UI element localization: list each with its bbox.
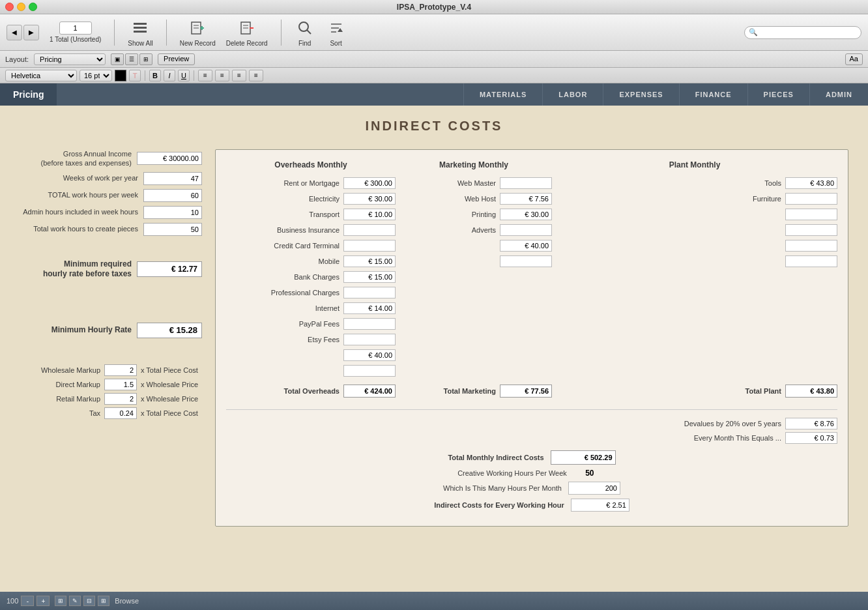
find-button[interactable]: Find <box>295 18 315 47</box>
min-hourly-input[interactable] <box>137 261 202 277</box>
marketing-input-1[interactable] <box>500 193 552 205</box>
align-left-button[interactable]: ≡ <box>198 70 212 81</box>
every-month-label: Every Month This Equals ... <box>694 434 781 442</box>
preview-button[interactable]: Preview <box>158 53 195 65</box>
bold-button[interactable]: B <box>149 70 161 81</box>
separator-1 <box>114 20 115 46</box>
admin-hours-input[interactable] <box>143 206 202 219</box>
search-box[interactable]: 🔍 <box>744 26 861 39</box>
overhead-total-input[interactable] <box>343 385 396 398</box>
sort-button[interactable]: Sort <box>326 18 347 47</box>
indirect-costs-input[interactable] <box>571 499 629 512</box>
overhead-input-12[interactable] <box>343 365 396 377</box>
overhead-input-11[interactable] <box>343 349 396 361</box>
svg-rect-2 <box>134 31 147 33</box>
direct-input[interactable] <box>104 379 137 390</box>
underline-button[interactable]: U <box>178 70 190 81</box>
content-layout: Gross Annual Income(before taxes and exp… <box>20 149 848 527</box>
close-button[interactable] <box>5 3 14 11</box>
view-table-button[interactable]: ⊞ <box>139 53 152 65</box>
show-all-icon <box>130 18 151 38</box>
color-button[interactable] <box>115 70 126 81</box>
tab-labor[interactable]: LABOR <box>542 83 603 106</box>
tab-materials[interactable]: MATERIALS <box>463 83 542 106</box>
overhead-input-6[interactable] <box>343 271 396 283</box>
overhead-input-0[interactable] <box>343 177 396 189</box>
align-right-button[interactable]: ≡ <box>232 70 246 81</box>
marketing-input-0[interactable] <box>500 177 552 189</box>
retail-input[interactable] <box>104 393 137 405</box>
overhead-input-1[interactable] <box>343 193 396 205</box>
hours-per-month-input[interactable] <box>568 482 620 495</box>
plant-input-5[interactable] <box>785 255 837 267</box>
wholesale-input[interactable] <box>104 364 137 376</box>
cols-header: Overheads Monthly Marketing Monthly Plan… <box>226 160 837 169</box>
creative-hours-input[interactable] <box>143 223 202 236</box>
marketing-spacer-1 <box>402 270 552 284</box>
marketing-row-2: Printing <box>402 207 552 222</box>
overhead-input-7[interactable] <box>343 287 396 298</box>
plant-input-3[interactable] <box>785 224 837 236</box>
minimize-button[interactable] <box>17 3 25 11</box>
overhead-input-2[interactable] <box>343 209 396 220</box>
tax-input[interactable] <box>104 407 137 419</box>
font-select[interactable]: Helvetica <box>5 70 77 81</box>
view-list-button[interactable]: ☰ <box>125 53 138 65</box>
align-justify-button[interactable]: ≡ <box>249 70 263 81</box>
tab-finance[interactable]: FINANCE <box>679 83 747 106</box>
plant-total-input[interactable] <box>785 385 837 398</box>
overhead-input-3[interactable] <box>343 224 396 236</box>
marketing-input-4[interactable] <box>500 240 552 252</box>
toolbar: ◀ ▶ 1 1 Total (Unsorted) Show All <box>0 14 868 51</box>
prev-record-button[interactable]: ◀ <box>7 25 22 40</box>
overhead-input-4[interactable] <box>343 240 396 252</box>
plant-spacer-6 <box>558 348 837 362</box>
total-monthly-input[interactable] <box>551 450 616 465</box>
gross-income-input[interactable]: € 30000.00 <box>137 152 202 165</box>
devalues-input[interactable] <box>785 418 837 429</box>
show-all-button[interactable]: Show All <box>128 18 152 47</box>
zoom-increase-button[interactable]: + <box>36 596 50 606</box>
min-rate-input[interactable] <box>137 323 202 338</box>
marketing-label-1: Web Host <box>402 195 500 203</box>
plant-input-2[interactable] <box>785 209 837 220</box>
plant-input-1[interactable] <box>785 193 837 205</box>
new-record-button[interactable]: New Record <box>180 18 216 47</box>
weeks-input[interactable] <box>143 172 202 185</box>
marketing-total-input[interactable] <box>500 385 552 398</box>
marketing-input-5[interactable] <box>500 255 552 267</box>
plant-spacer-3 <box>558 301 837 315</box>
view-form-button[interactable]: ▣ <box>111 53 124 65</box>
window-controls[interactable] <box>5 3 37 11</box>
every-month-input[interactable] <box>785 432 837 444</box>
plant-input-0[interactable] <box>785 177 837 189</box>
total-hours-row: TOTAL work hours per week <box>20 189 202 202</box>
tab-pieces[interactable]: PIECES <box>747 83 809 106</box>
align-center-button[interactable]: ≡ <box>215 70 229 81</box>
tab-admin[interactable]: ADMIN <box>809 83 868 106</box>
zoom-decrease-button[interactable]: - <box>21 596 34 606</box>
tab-expenses[interactable]: EXPENSES <box>603 83 678 106</box>
italic-button[interactable]: I <box>164 70 175 81</box>
overhead-input-8[interactable] <box>343 302 396 314</box>
layout-select[interactable]: Pricing <box>34 53 106 65</box>
svg-line-13 <box>307 30 311 34</box>
total-hours-input[interactable] <box>143 189 202 202</box>
aa-button[interactable]: Aa <box>845 53 863 65</box>
next-record-button[interactable]: ▶ <box>23 25 39 40</box>
tax-suffix: x Total Piece Cost <box>141 409 198 417</box>
maximize-button[interactable] <box>29 3 37 11</box>
overhead-input-10[interactable] <box>343 334 396 345</box>
creative-hours-row: Total work hours to create pieces <box>20 223 202 236</box>
marketing-input-3[interactable] <box>500 224 552 236</box>
marketing-total-row: Total Marketing <box>402 383 552 399</box>
delete-record-button[interactable]: Delete Record <box>226 18 268 47</box>
plant-input-4[interactable] <box>785 240 837 252</box>
size-select[interactable]: 16 pt <box>80 70 112 81</box>
record-number[interactable]: 1 <box>59 22 92 35</box>
marketing-input-2[interactable] <box>500 209 552 220</box>
text-color-button[interactable]: T <box>129 70 141 81</box>
direct-suffix: x Wholesale Price <box>141 381 198 388</box>
overhead-input-9[interactable] <box>343 318 396 330</box>
overhead-input-5[interactable] <box>343 255 396 267</box>
